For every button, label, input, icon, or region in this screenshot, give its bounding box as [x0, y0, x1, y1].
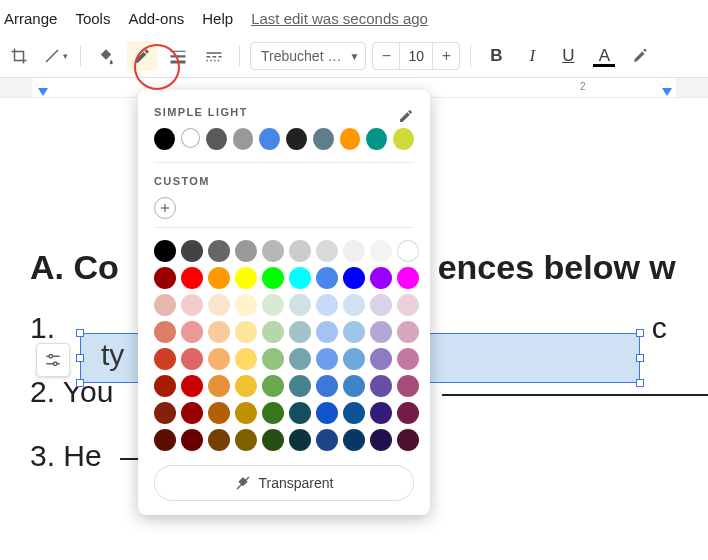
color-swatch[interactable]: [235, 240, 257, 262]
color-swatch[interactable]: [262, 402, 284, 424]
color-swatch[interactable]: [370, 321, 392, 343]
theme-swatch[interactable]: [340, 128, 361, 150]
resize-handle[interactable]: [76, 354, 84, 362]
color-swatch[interactable]: [343, 240, 365, 262]
color-swatch[interactable]: [370, 429, 392, 451]
color-swatch[interactable]: [208, 240, 230, 262]
color-swatch[interactable]: [208, 321, 230, 343]
color-swatch[interactable]: [370, 348, 392, 370]
color-swatch[interactable]: [316, 321, 338, 343]
underline-button[interactable]: U: [553, 41, 583, 71]
color-swatch[interactable]: [289, 321, 311, 343]
color-swatch[interactable]: [208, 267, 230, 289]
color-swatch[interactable]: [343, 375, 365, 397]
color-swatch[interactable]: [208, 429, 230, 451]
theme-swatch[interactable]: [154, 128, 175, 150]
color-swatch[interactable]: [397, 429, 419, 451]
highlight-color-button[interactable]: [625, 41, 655, 71]
color-swatch[interactable]: [397, 294, 419, 316]
bold-button[interactable]: B: [481, 41, 511, 71]
italic-button[interactable]: I: [517, 41, 547, 71]
color-swatch[interactable]: [316, 375, 338, 397]
color-swatch[interactable]: [370, 240, 392, 262]
format-options-button[interactable]: [36, 343, 70, 377]
color-swatch[interactable]: [208, 375, 230, 397]
color-swatch[interactable]: [235, 375, 257, 397]
color-swatch[interactable]: [343, 294, 365, 316]
color-swatch[interactable]: [316, 402, 338, 424]
color-swatch[interactable]: [397, 321, 419, 343]
color-swatch[interactable]: [154, 267, 176, 289]
color-swatch[interactable]: [208, 294, 230, 316]
resize-handle[interactable]: [76, 329, 84, 337]
color-swatch[interactable]: [289, 402, 311, 424]
color-swatch[interactable]: [397, 348, 419, 370]
resize-handle[interactable]: [636, 329, 644, 337]
color-swatch[interactable]: [181, 240, 203, 262]
border-dash-button[interactable]: [199, 41, 229, 71]
theme-swatch[interactable]: [233, 128, 254, 150]
border-weight-button[interactable]: [163, 41, 193, 71]
color-swatch[interactable]: [370, 375, 392, 397]
color-swatch[interactable]: [181, 267, 203, 289]
add-custom-color-button[interactable]: [154, 197, 176, 219]
color-swatch[interactable]: [262, 348, 284, 370]
menu-arrange[interactable]: Arrange: [4, 10, 57, 27]
color-swatch[interactable]: [289, 375, 311, 397]
color-swatch[interactable]: [181, 402, 203, 424]
color-swatch[interactable]: [181, 375, 203, 397]
color-swatch[interactable]: [397, 267, 419, 289]
color-swatch[interactable]: [370, 294, 392, 316]
color-swatch[interactable]: [235, 267, 257, 289]
theme-swatch[interactable]: [181, 128, 200, 148]
menu-tools[interactable]: Tools: [75, 10, 110, 27]
color-swatch[interactable]: [154, 321, 176, 343]
color-swatch[interactable]: [289, 294, 311, 316]
color-swatch[interactable]: [235, 402, 257, 424]
color-swatch[interactable]: [316, 267, 338, 289]
color-swatch[interactable]: [316, 294, 338, 316]
color-swatch[interactable]: [262, 240, 284, 262]
color-swatch[interactable]: [154, 402, 176, 424]
theme-swatch[interactable]: [259, 128, 280, 150]
font-size-decrease[interactable]: −: [373, 47, 399, 65]
color-swatch[interactable]: [289, 240, 311, 262]
color-swatch[interactable]: [316, 240, 338, 262]
resize-handle[interactable]: [76, 379, 84, 387]
color-swatch[interactable]: [262, 321, 284, 343]
color-swatch[interactable]: [181, 429, 203, 451]
theme-swatch[interactable]: [393, 128, 414, 150]
font-size-value[interactable]: 10: [399, 43, 433, 69]
color-swatch[interactable]: [397, 240, 419, 262]
textbox-content[interactable]: ty: [101, 338, 124, 372]
color-swatch[interactable]: [316, 348, 338, 370]
transparent-button[interactable]: Transparent: [154, 465, 414, 501]
color-swatch[interactable]: [181, 294, 203, 316]
edit-theme-button[interactable]: [398, 108, 414, 124]
color-swatch[interactable]: [289, 267, 311, 289]
font-family-picker[interactable]: Trebuchet … ▼: [250, 42, 366, 70]
line-tool-button[interactable]: ▾: [40, 41, 70, 71]
color-swatch[interactable]: [262, 294, 284, 316]
color-swatch[interactable]: [343, 348, 365, 370]
color-swatch[interactable]: [289, 429, 311, 451]
color-swatch[interactable]: [235, 348, 257, 370]
text-color-button[interactable]: A: [589, 41, 619, 71]
color-swatch[interactable]: [181, 348, 203, 370]
menu-addons[interactable]: Add-ons: [128, 10, 184, 27]
color-swatch[interactable]: [154, 348, 176, 370]
theme-swatch[interactable]: [206, 128, 227, 150]
color-swatch[interactable]: [235, 429, 257, 451]
indent-marker-left[interactable]: [38, 88, 48, 96]
resize-handle[interactable]: [636, 379, 644, 387]
fill-color-button[interactable]: [91, 41, 121, 71]
color-swatch[interactable]: [235, 294, 257, 316]
color-swatch[interactable]: [370, 402, 392, 424]
color-swatch[interactable]: [343, 321, 365, 343]
color-swatch[interactable]: [154, 240, 176, 262]
color-swatch[interactable]: [397, 402, 419, 424]
theme-swatch[interactable]: [313, 128, 334, 150]
font-size-increase[interactable]: +: [433, 47, 459, 65]
border-color-button[interactable]: [127, 41, 157, 71]
color-swatch[interactable]: [343, 267, 365, 289]
